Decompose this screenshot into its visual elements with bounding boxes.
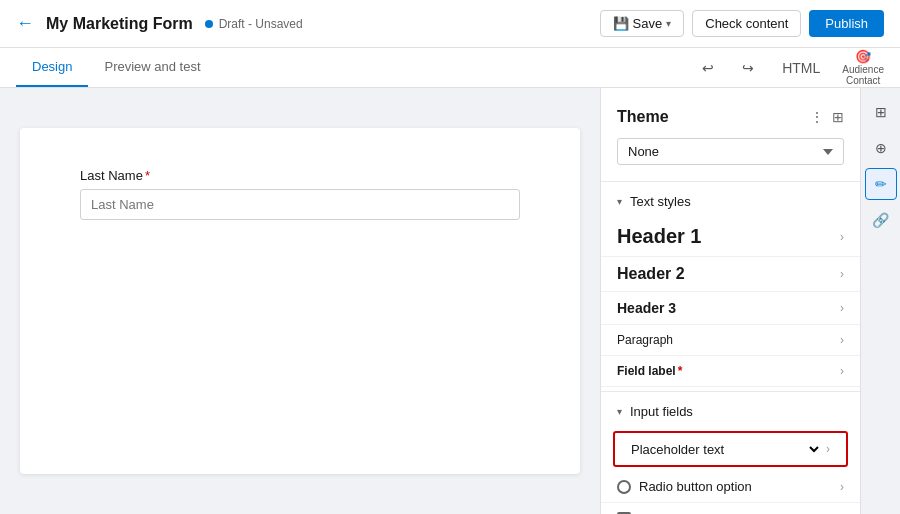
- header1-chevron-icon: ›: [840, 230, 844, 244]
- audience-sub-label: Contact: [846, 75, 880, 86]
- last-name-input[interactable]: [80, 189, 520, 220]
- check-content-button[interactable]: Check content: [692, 10, 801, 37]
- header-left: ← My Marketing Form Draft - Unsaved: [16, 13, 303, 34]
- placeholder-text-item[interactable]: Placeholder text ›: [613, 431, 848, 467]
- fieldlabel-required: *: [678, 364, 683, 378]
- check-content-label: Check content: [705, 16, 788, 31]
- radio-label: Radio button option: [639, 479, 752, 494]
- redo-button[interactable]: ↪: [736, 56, 760, 80]
- placeholder-left: Placeholder text: [631, 442, 724, 457]
- checkbox-option-item[interactable]: Checkbox option ›: [601, 503, 860, 514]
- fieldlabel-item[interactable]: Field label* ›: [601, 356, 860, 387]
- save-caret-icon: ▾: [666, 18, 671, 29]
- page-title: My Marketing Form: [46, 15, 193, 33]
- theme-icons: ⋮ ⊞: [810, 109, 844, 125]
- paragraph-chevron-icon: ›: [840, 333, 844, 347]
- radio-option-item[interactable]: Radio button option ›: [601, 471, 860, 503]
- fieldlabel-label: Field label*: [617, 364, 682, 378]
- publish-label: Publish: [825, 16, 868, 31]
- divider-2: [601, 391, 860, 392]
- save-label: Save: [633, 16, 663, 31]
- header3-item[interactable]: Header 3 ›: [601, 292, 860, 325]
- theme-select[interactable]: None: [617, 138, 844, 165]
- publish-button[interactable]: Publish: [809, 10, 884, 37]
- html-label: HTML: [782, 60, 820, 76]
- radio-circle-icon: [617, 480, 631, 494]
- form-canvas: Last Name*: [20, 128, 580, 474]
- layout-icon-btn[interactable]: ⊞: [865, 96, 897, 128]
- tab-design[interactable]: Design: [16, 48, 88, 87]
- draft-badge: Draft - Unsaved: [205, 17, 303, 31]
- main-layout: Last Name* Theme ⋮ ⊞ None: [0, 88, 900, 514]
- radio-chevron-icon: ›: [840, 480, 844, 494]
- fieldlabel-chevron-icon: ›: [840, 364, 844, 378]
- field-label: Last Name*: [80, 168, 520, 183]
- header-right: 💾 Save ▾ Check content Publish: [600, 10, 884, 37]
- theme-select-row: None: [601, 134, 860, 177]
- audience-label: Audience: [842, 64, 884, 75]
- header3-label: Header 3: [617, 300, 676, 316]
- theme-title: Theme: [617, 108, 669, 126]
- back-button[interactable]: ←: [16, 13, 34, 34]
- tab-preview[interactable]: Preview and test: [88, 48, 216, 87]
- icon-sidebar: ⊞ ⊕ ✏ 🔗: [860, 88, 900, 514]
- input-fields-toggle[interactable]: ▾ Input fields: [601, 396, 860, 427]
- text-styles-toggle[interactable]: ▾ Text styles: [601, 186, 860, 217]
- panel-main: Theme ⋮ ⊞ None ▾ Text styles Header 1: [601, 88, 860, 514]
- header1-item[interactable]: Header 1 ›: [601, 217, 860, 257]
- tabs-left: Design Preview and test: [16, 48, 217, 87]
- input-chevron-icon: ▾: [617, 406, 622, 417]
- tabs-row: Design Preview and test ↩ ↪ HTML 🎯 Audie…: [0, 48, 900, 88]
- top-header: ← My Marketing Form Draft - Unsaved 💾 Sa…: [0, 0, 900, 48]
- divider-1: [601, 181, 860, 182]
- link-icon-btn[interactable]: 🔗: [865, 204, 897, 236]
- placeholder-chevrons: ›: [802, 441, 830, 457]
- draft-dot: [205, 20, 213, 28]
- tabs-right: ↩ ↪ HTML 🎯 Audience Contact: [696, 49, 884, 86]
- html-button[interactable]: HTML: [776, 56, 826, 80]
- save-icon: 💾: [613, 16, 629, 31]
- redo-icon: ↪: [742, 60, 754, 76]
- placeholder-text-label: Placeholder text: [631, 442, 724, 457]
- right-panel: Theme ⋮ ⊞ None ▾ Text styles Header 1: [600, 88, 860, 514]
- placeholder-dropdown[interactable]: [802, 441, 822, 457]
- draft-label: Draft - Unsaved: [219, 17, 303, 31]
- desktop-icon[interactable]: ⊞: [832, 109, 844, 125]
- header2-label: Header 2: [617, 265, 685, 283]
- save-button[interactable]: 💾 Save ▾: [600, 10, 685, 37]
- canvas-area: Last Name*: [0, 88, 600, 514]
- header2-item[interactable]: Header 2 ›: [601, 257, 860, 292]
- undo-icon: ↩: [702, 60, 714, 76]
- required-star: *: [145, 168, 150, 183]
- header2-chevron-icon: ›: [840, 267, 844, 281]
- header3-chevron-icon: ›: [840, 301, 844, 315]
- audience-icon: 🎯: [855, 49, 871, 64]
- radio-item-left: Radio button option: [617, 479, 752, 494]
- theme-header: Theme ⋮ ⊞: [601, 100, 860, 134]
- add-element-icon-btn[interactable]: ⊕: [865, 132, 897, 164]
- undo-button[interactable]: ↩: [696, 56, 720, 80]
- audience-button[interactable]: 🎯 Audience Contact: [842, 49, 884, 86]
- style-icon-btn[interactable]: ✏: [865, 168, 897, 200]
- input-fields-label: Input fields: [630, 404, 693, 419]
- chevron-down-icon: ▾: [617, 196, 622, 207]
- placeholder-chevron-icon: ›: [826, 442, 830, 456]
- more-icon[interactable]: ⋮: [810, 109, 824, 125]
- paragraph-item[interactable]: Paragraph ›: [601, 325, 860, 356]
- header1-label: Header 1: [617, 225, 702, 248]
- paragraph-label: Paragraph: [617, 333, 673, 347]
- text-styles-label: Text styles: [630, 194, 691, 209]
